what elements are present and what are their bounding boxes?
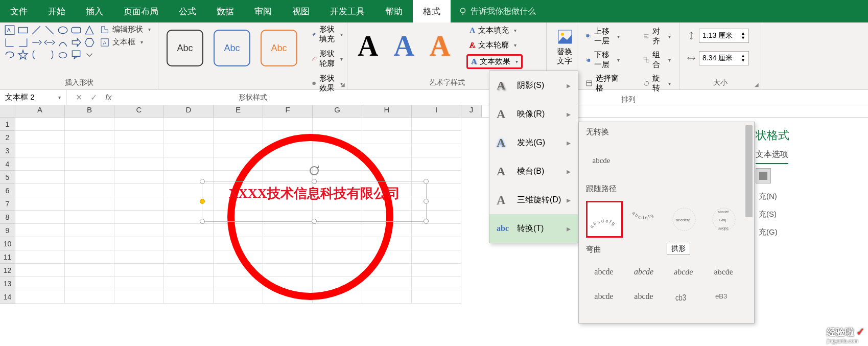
shape-textbox-icon[interactable]: A: [4, 25, 15, 36]
col-header[interactable]: D: [164, 105, 214, 117]
select-all-corner[interactable]: [0, 105, 15, 117]
textbox-object[interactable]: XXXX技术信息科技有限公司: [202, 181, 427, 222]
row-header[interactable]: 12: [0, 264, 15, 277]
tab-review[interactable]: 审阅: [244, 0, 282, 22]
tab-home[interactable]: 开始: [38, 0, 76, 22]
col-header[interactable]: G: [313, 105, 362, 117]
no-transform-item[interactable]: abcde: [586, 145, 617, 176]
tab-insert[interactable]: 插入: [76, 0, 113, 22]
row-header[interactable]: 3: [0, 144, 15, 157]
shape-darrow-icon[interactable]: [44, 37, 55, 48]
tab-developer[interactable]: 开发工具: [320, 0, 375, 22]
shape-fill-button[interactable]: 形状填充▾: [312, 25, 343, 44]
glow-menu-item[interactable]: A发光(G) ▸: [489, 128, 578, 157]
col-header[interactable]: C: [114, 105, 164, 117]
shape-rrect-icon[interactable]: [71, 25, 82, 36]
cancel-formula-icon[interactable]: ✕: [76, 93, 82, 102]
resize-handle[interactable]: [312, 219, 317, 224]
resize-handle[interactable]: [200, 179, 205, 184]
width-input[interactable]: 8.34 厘米▲▼: [699, 51, 749, 65]
path-arch-down-item[interactable]: a b c d e f g: [626, 201, 663, 238]
shape-callout-icon[interactable]: [71, 49, 82, 60]
dialog-launcher-icon[interactable]: ◢: [755, 82, 759, 87]
transform-menu-item[interactable]: abc转换(T) ▸: [489, 214, 578, 243]
shape-star-icon[interactable]: [17, 49, 29, 60]
shape-hex-icon[interactable]: [84, 37, 95, 48]
shape-line2-icon[interactable]: [44, 25, 55, 36]
selection-pane-button[interactable]: 选择窗格: [585, 74, 620, 93]
row-header[interactable]: 11: [0, 250, 15, 264]
solid-fill-option[interactable]: 充(S): [756, 205, 868, 223]
col-header[interactable]: F: [263, 105, 313, 117]
warp-item[interactable]: eB3: [706, 286, 741, 307]
row-header[interactable]: 2: [0, 131, 15, 144]
wordart-thumb-1[interactable]: A: [358, 30, 378, 62]
shape-arrow-icon[interactable]: [31, 37, 42, 48]
shape-effects-button[interactable]: 形状效果▾: [312, 74, 343, 93]
gradient-fill-option[interactable]: 充(G): [756, 223, 868, 241]
shape-rect-icon[interactable]: [17, 25, 29, 36]
warp-item[interactable]: cb3: [666, 286, 701, 307]
text-box-button[interactable]: A 文本框 ▾: [100, 37, 151, 47]
edit-shape-button[interactable]: 编辑形状 ▾: [100, 25, 151, 34]
row-header[interactable]: 6: [0, 184, 15, 197]
warp-item[interactable]: abcde: [626, 286, 662, 307]
wordart-gallery[interactable]: A A A: [351, 25, 456, 67]
row-header[interactable]: 8: [0, 211, 15, 224]
shape-outline-button[interactable]: 形状轮廓▾: [312, 49, 343, 68]
col-header[interactable]: J: [461, 105, 482, 117]
bring-forward-button[interactable]: 上移一层▾: [585, 27, 620, 46]
shape-more-icon[interactable]: [84, 49, 95, 60]
send-backward-button[interactable]: 下移一层▾: [585, 50, 620, 70]
row-header[interactable]: 13: [0, 277, 15, 290]
text-effects-button[interactable]: A 文本效果▾: [466, 54, 523, 69]
rotation3d-menu-item[interactable]: A三维旋转(D) ▸: [489, 186, 578, 214]
resize-handle[interactable]: [200, 219, 205, 224]
tab-formulas[interactable]: 公式: [169, 0, 206, 22]
tab-file[interactable]: 文件: [0, 0, 38, 22]
col-header[interactable]: E: [214, 105, 263, 117]
col-header[interactable]: B: [65, 105, 114, 117]
row-header[interactable]: 4: [0, 157, 15, 171]
height-input[interactable]: 1.13 厘米▲▼: [699, 29, 749, 43]
wordart-thumb-3[interactable]: A: [430, 30, 450, 62]
group-button[interactable]: 组合▾: [643, 50, 671, 70]
shape-block-arrow-icon[interactable]: [71, 37, 82, 48]
resize-handle[interactable]: [312, 179, 317, 184]
confirm-formula-icon[interactable]: ✓: [90, 93, 97, 102]
shape-flow1-icon[interactable]: [4, 49, 15, 60]
path-arch-up-item[interactable]: a b c d e f g: [586, 201, 623, 238]
rotate-handle-icon[interactable]: [309, 165, 320, 178]
text-outline-button[interactable]: A 文本轮廓▾: [466, 39, 523, 51]
format-pane-tab[interactable]: 文本选项: [756, 146, 788, 164]
tab-view[interactable]: 视图: [282, 0, 320, 22]
row-header[interactable]: 7: [0, 197, 15, 211]
wordart-thumb-2[interactable]: A: [393, 30, 414, 62]
fx-icon[interactable]: fx: [105, 93, 111, 102]
warp-item[interactable]: abcde: [664, 262, 703, 282]
warp-item[interactable]: abcde: [626, 262, 662, 282]
shape-lconn2-icon[interactable]: [17, 37, 29, 48]
align-button[interactable]: 对齐▾: [643, 27, 671, 46]
shape-brace2-icon[interactable]: [44, 49, 55, 60]
dialog-launcher-icon[interactable]: ◢: [341, 82, 345, 87]
resize-handle[interactable]: [424, 179, 429, 184]
row-header[interactable]: 1: [0, 118, 15, 131]
shapes-gallery[interactable]: A: [4, 25, 95, 60]
shape-brace-icon[interactable]: [31, 49, 42, 60]
shape-curve-icon[interactable]: [57, 37, 68, 48]
style-thumb-3[interactable]: Abc: [261, 30, 297, 66]
path-button-item[interactable]: abcdefGhijuwopq: [706, 201, 742, 238]
shape-triangle-icon[interactable]: [84, 25, 95, 36]
col-header[interactable]: H: [362, 105, 412, 117]
tell-me-search[interactable]: 告诉我你想做什么: [451, 0, 544, 22]
warp-item[interactable]: abcde: [586, 262, 622, 282]
fill-outline-tab-icon[interactable]: [756, 168, 771, 183]
shape-cloud-icon[interactable]: [57, 49, 68, 60]
shadow-menu-item[interactable]: A阴影(S) ▸: [489, 71, 578, 100]
shape-style-gallery[interactable]: Abc Abc Abc: [162, 25, 301, 72]
tab-format[interactable]: 格式: [413, 0, 451, 22]
style-thumb-1[interactable]: Abc: [167, 30, 203, 66]
warp-item[interactable]: abcde: [586, 286, 622, 307]
no-fill-option[interactable]: 充(N): [756, 188, 868, 205]
